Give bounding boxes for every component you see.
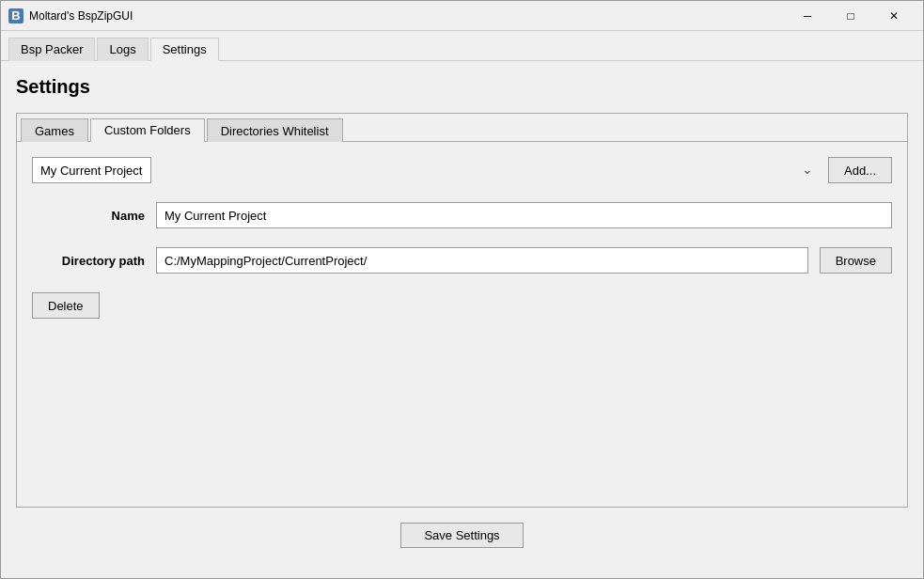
- close-button[interactable]: ✕: [872, 1, 916, 31]
- tab-settings[interactable]: Settings: [150, 38, 219, 61]
- app-icon: B: [8, 8, 23, 23]
- delete-button[interactable]: Delete: [32, 292, 100, 319]
- window-controls: ─ □ ✕: [786, 1, 916, 31]
- name-input[interactable]: [156, 202, 892, 228]
- inner-tabs-container: Games Custom Folders Directories Whiteli…: [16, 113, 908, 508]
- tab-bsp-packer[interactable]: Bsp Packer: [8, 38, 95, 61]
- content-area: Settings Games Custom Folders Directorie…: [1, 61, 923, 578]
- browse-button[interactable]: Browse: [820, 247, 892, 274]
- save-settings-button[interactable]: Save Settings: [400, 523, 523, 548]
- project-dropdown-wrapper: My Current Project: [32, 157, 821, 183]
- directory-input[interactable]: [156, 247, 808, 274]
- inner-tab-body: My Current Project Add... Name Directory…: [17, 142, 907, 507]
- add-button[interactable]: Add...: [828, 157, 892, 183]
- tab-games[interactable]: Games: [21, 118, 88, 142]
- tab-logs[interactable]: Logs: [97, 38, 148, 61]
- save-area: Save Settings: [16, 508, 908, 563]
- minimize-button[interactable]: ─: [786, 1, 829, 31]
- maximize-button[interactable]: □: [829, 1, 872, 31]
- directory-row: Directory path Browse: [32, 247, 892, 274]
- delete-row: Delete: [32, 292, 892, 319]
- window-title: Moltard's BspZipGUI: [29, 9, 786, 23]
- inner-tab-bar: Games Custom Folders Directories Whiteli…: [17, 114, 907, 142]
- project-selector-row: My Current Project Add...: [32, 157, 892, 183]
- directory-label: Directory path: [32, 254, 145, 268]
- main-window: B Moltard's BspZipGUI ─ □ ✕ Bsp Packer L…: [0, 0, 924, 579]
- title-bar: B Moltard's BspZipGUI ─ □ ✕: [1, 1, 923, 31]
- project-dropdown[interactable]: My Current Project: [32, 157, 151, 183]
- settings-title: Settings: [16, 76, 908, 98]
- name-row: Name: [32, 202, 892, 228]
- tab-custom-folders[interactable]: Custom Folders: [90, 118, 205, 142]
- main-tab-bar: Bsp Packer Logs Settings: [1, 31, 923, 61]
- tab-directories-whitelist[interactable]: Directories Whitelist: [207, 118, 343, 142]
- name-label: Name: [32, 209, 145, 223]
